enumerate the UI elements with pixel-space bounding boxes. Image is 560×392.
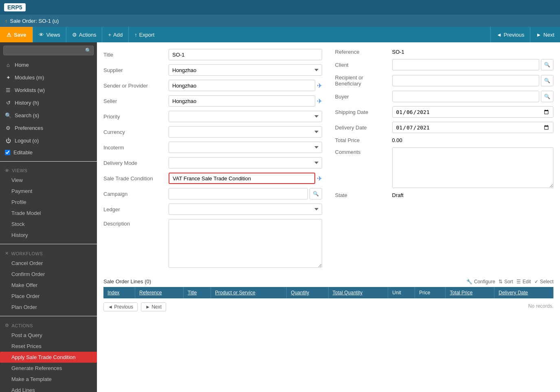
- sidebar-item-logout[interactable]: ⏻ Logout (o): [0, 134, 97, 147]
- sidebar-item-generate-references[interactable]: Generate References: [0, 363, 97, 374]
- search-icon[interactable]: 🔍: [85, 48, 91, 53]
- recipient-search-button[interactable]: 🔍: [541, 75, 553, 86]
- incoterm-select[interactable]: [169, 142, 322, 153]
- add-icon: +: [108, 32, 111, 38]
- priority-select[interactable]: [169, 111, 322, 122]
- next-arrow-icon: ►: [536, 32, 541, 38]
- title-row: Title: [103, 49, 322, 60]
- sale-trade-condition-clear-button[interactable]: ✈: [317, 175, 322, 182]
- currency-label: Currency: [103, 129, 169, 135]
- search-input[interactable]: [3, 46, 94, 55]
- description-textarea[interactable]: [169, 219, 322, 268]
- client-input[interactable]: [392, 59, 540, 70]
- client-search-button[interactable]: 🔍: [541, 59, 553, 70]
- sale-trade-condition-input[interactable]: [169, 173, 315, 184]
- sidebar-item-modules[interactable]: ✦ Modules (m): [0, 71, 97, 84]
- sidebar-item-place-order[interactable]: Place Order: [0, 291, 97, 302]
- sidebar-item-view[interactable]: View: [0, 175, 97, 186]
- sidebar-item-post-query[interactable]: Post a Query: [0, 330, 97, 341]
- views-button[interactable]: 👁 Views: [33, 27, 66, 42]
- description-label: Description: [103, 219, 169, 227]
- comments-textarea[interactable]: [392, 147, 554, 188]
- sidebar-item-payment[interactable]: Payment: [0, 186, 97, 197]
- delivery-date-input[interactable]: [392, 122, 554, 133]
- erp5-logo: ERP5: [4, 3, 26, 11]
- select-button[interactable]: ✓ Select: [534, 279, 553, 285]
- sidebar-item-preferences[interactable]: ⚙ Preferences: [0, 122, 97, 134]
- col-total-price[interactable]: Total Price: [446, 287, 494, 298]
- delivery-mode-select[interactable]: [169, 157, 322, 169]
- shipping-date-input[interactable]: [392, 106, 554, 118]
- col-delivery-date[interactable]: Delivery Date: [494, 287, 553, 298]
- ledger-label: Ledger: [103, 206, 169, 212]
- sidebar-item-add-lines[interactable]: Add Lines: [0, 385, 97, 392]
- total-price-value: 0.00: [392, 137, 402, 143]
- add-button[interactable]: + Add: [102, 27, 128, 42]
- sidebar-item-search[interactable]: 🔍 Search (s): [0, 109, 97, 122]
- sidebar-item-history-view[interactable]: History: [0, 230, 97, 241]
- recipient-input[interactable]: [392, 75, 540, 86]
- sort-button[interactable]: ⇅ Sort: [499, 279, 513, 285]
- sidebar-item-cancel-order[interactable]: Cancel Order: [0, 258, 97, 269]
- sidebar-item-profile[interactable]: Profile: [0, 197, 97, 208]
- pagination-previous-button[interactable]: ◄ Previous: [103, 302, 138, 311]
- col-price[interactable]: Price: [415, 287, 446, 298]
- sidebar-item-home[interactable]: ⌂ Home: [0, 59, 97, 71]
- sidebar-item-apply-sale-trade-condition[interactable]: Apply Sale Trade Condition: [0, 352, 97, 363]
- sidebar-item-plan-order[interactable]: Plan Order: [0, 302, 97, 313]
- recipient-label: Recipient orBeneficiary: [335, 74, 392, 87]
- campaign-search-button[interactable]: 🔍: [310, 188, 322, 199]
- configure-icon: 🔧: [466, 279, 472, 285]
- export-button[interactable]: ↑ Export: [128, 27, 160, 42]
- reference-row: Reference SO-1: [335, 49, 554, 55]
- buyer-input[interactable]: [392, 91, 540, 102]
- col-quantity[interactable]: Quantity: [287, 287, 328, 298]
- col-total-quantity[interactable]: Total Quantity: [328, 287, 388, 298]
- sidebar-item-label: Modules (m): [15, 74, 44, 81]
- col-index[interactable]: Index: [103, 287, 135, 298]
- col-reference[interactable]: Reference: [135, 287, 184, 298]
- col-title[interactable]: Title: [183, 287, 211, 298]
- supplier-select[interactable]: Hongzhao: [169, 64, 322, 76]
- delivery-date-label: Delivery Date: [335, 125, 392, 131]
- sender-input[interactable]: [169, 80, 315, 91]
- export-icon: ↑: [134, 32, 137, 38]
- sidebar-item-reset-prices[interactable]: Reset Prices: [0, 341, 97, 352]
- sidebar-section-workflows: ✕ WORKFLOWS: [0, 247, 97, 258]
- buyer-search-button[interactable]: 🔍: [541, 91, 553, 102]
- currency-select[interactable]: [169, 126, 322, 138]
- previous-button[interactable]: ◄ Previous: [490, 27, 530, 42]
- sidebar-section-views: 👁 VIEWS: [0, 165, 97, 175]
- next-button[interactable]: ► Next: [530, 27, 560, 42]
- sidebar-item-make-template[interactable]: Make a Template: [0, 374, 97, 385]
- editable-checkbox[interactable]: Editable: [0, 147, 97, 158]
- col-unit[interactable]: Unit: [388, 287, 415, 298]
- ledger-select[interactable]: [169, 204, 322, 215]
- sidebar-item-confirm-order[interactable]: Confirm Order: [0, 269, 97, 280]
- col-product[interactable]: Product or Service: [211, 287, 287, 298]
- next-label: Next: [543, 32, 554, 38]
- top-bar: ERP5: [0, 0, 560, 15]
- sidebar-item-history[interactable]: ↺ History (h): [0, 96, 97, 109]
- edit-button[interactable]: ☰ Edit: [516, 279, 531, 285]
- breadcrumb-arrow-icon: ↑: [5, 18, 8, 24]
- views-section-label: VIEWS: [12, 168, 28, 173]
- total-price-label: Total Price: [335, 137, 392, 143]
- seller-clear-button[interactable]: ✈: [317, 97, 322, 105]
- campaign-input[interactable]: [169, 188, 308, 199]
- actions-button[interactable]: ⚙ Actions: [66, 27, 102, 42]
- no-records-text: No records.: [528, 300, 553, 312]
- sidebar-item-worklists[interactable]: ☰ Worklists (w): [0, 84, 97, 96]
- delivery-date-row: Delivery Date: [335, 122, 554, 133]
- save-button[interactable]: ⚠ Save: [0, 27, 33, 42]
- actions-section-label: ACTIONS: [12, 323, 33, 328]
- sidebar-item-make-offer[interactable]: Make Offer: [0, 280, 97, 291]
- title-input[interactable]: [169, 49, 322, 60]
- sidebar-item-trade-model[interactable]: Trade Model: [0, 208, 97, 219]
- seller-input[interactable]: [169, 95, 315, 107]
- sidebar-item-stock[interactable]: Stock: [0, 219, 97, 230]
- editable-check-input[interactable]: [5, 150, 10, 155]
- configure-button[interactable]: 🔧 Configure: [466, 279, 495, 285]
- sender-clear-button[interactable]: ✈: [317, 82, 322, 90]
- pagination-next-button[interactable]: ► Next: [141, 302, 166, 311]
